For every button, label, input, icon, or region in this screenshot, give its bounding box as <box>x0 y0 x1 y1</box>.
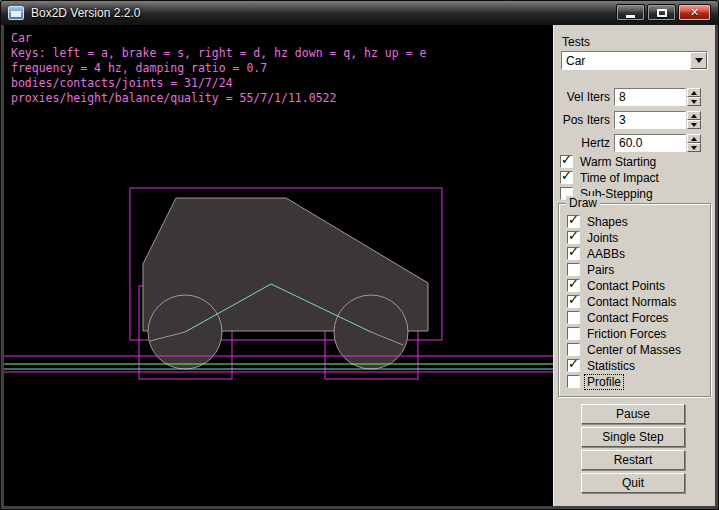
checkbox-shapes[interactable]: Shapes <box>567 214 630 229</box>
hertz-input[interactable] <box>614 134 686 152</box>
checkbox-aabbs[interactable]: AABBs <box>567 246 627 261</box>
close-icon: ✕ <box>690 7 699 18</box>
window-content: Car Keys: left = a, brake = s, right = d… <box>4 25 715 506</box>
spinner-up-icon <box>691 137 697 141</box>
stats-proxies-text: proxies/height/balance/quality = 55/7/1/… <box>11 91 426 106</box>
vel-iters-down-button[interactable] <box>687 97 701 106</box>
spinner-up-icon <box>691 91 697 95</box>
hertz-down-button[interactable] <box>687 143 701 152</box>
checkbox-friction-forces[interactable]: Friction Forces <box>567 326 668 341</box>
test-title-text: Car <box>11 31 426 46</box>
checkbox-icon <box>567 327 580 340</box>
pos-iters-row: Pos Iters <box>554 111 712 129</box>
pos-iters-down-button[interactable] <box>687 120 701 129</box>
warm-starting-checkbox[interactable]: Warm Starting <box>560 154 658 169</box>
test-select[interactable]: Car <box>561 51 708 70</box>
pos-iters-input[interactable] <box>614 111 686 129</box>
checkbox-joints[interactable]: Joints <box>567 230 620 245</box>
minimize-button[interactable] <box>616 4 645 21</box>
spinner-down-icon <box>691 146 697 150</box>
keys-help-text: Keys: left = a, brake = s, right = d, hz… <box>11 46 426 61</box>
pos-iters-label: Pos Iters <box>554 113 614 127</box>
checkbox-icon <box>567 231 580 244</box>
spinner-down-icon <box>691 100 697 104</box>
checkbox-contact-normals[interactable]: Contact Normals <box>567 294 678 309</box>
hertz-up-button[interactable] <box>687 134 701 143</box>
checkbox-icon <box>567 295 580 308</box>
checkbox-pairs[interactable]: Pairs <box>567 262 616 277</box>
checkbox-profile[interactable]: Profile <box>567 374 623 389</box>
window-controls: ✕ <box>616 4 711 21</box>
pos-iters-up-button[interactable] <box>687 111 701 120</box>
vel-iters-input[interactable] <box>614 88 686 106</box>
vel-iters-row: Vel Iters <box>554 88 712 106</box>
window-title: Box2D Version 2.2.0 <box>31 6 140 20</box>
checkbox-icon <box>567 343 580 356</box>
checkbox-icon <box>567 359 580 372</box>
time-of-impact-checkbox[interactable]: Time of Impact <box>560 170 661 185</box>
checkbox-icon <box>567 247 580 260</box>
pause-button[interactable]: Pause <box>581 404 685 424</box>
spinner-up-icon <box>691 114 697 118</box>
hertz-label: Hertz <box>554 136 614 150</box>
checkbox-icon <box>567 215 580 228</box>
vel-iters-up-button[interactable] <box>687 88 701 97</box>
test-select-value: Car <box>562 54 690 68</box>
restart-button[interactable]: Restart <box>581 450 685 470</box>
test-select-dropdown-button[interactable] <box>690 52 707 69</box>
frequency-text: frequency = 4 hz, damping ratio = 0.7 <box>11 61 426 76</box>
checkbox-icon <box>567 263 580 276</box>
checkbox-icon <box>560 171 573 184</box>
checkbox-icon <box>567 311 580 324</box>
title-bar[interactable]: Box2D Version 2.2.0 ✕ <box>1 1 718 25</box>
simulation-canvas[interactable]: Car Keys: left = a, brake = s, right = d… <box>4 25 553 506</box>
tests-label: Tests <box>562 35 590 49</box>
checkbox-center-of-masses[interactable]: Center of Masses <box>567 342 683 357</box>
checkbox-icon <box>560 155 573 168</box>
draw-group-title: Draw <box>566 196 600 210</box>
checkbox-icon <box>567 279 580 292</box>
maximize-icon <box>657 9 667 17</box>
vel-iters-label: Vel Iters <box>554 90 614 104</box>
control-panel: Tests Car Vel Iters Pos Iters <box>553 25 715 506</box>
single-step-button[interactable]: Single Step <box>581 427 685 447</box>
quit-button[interactable]: Quit <box>581 473 685 493</box>
app-icon <box>8 6 24 20</box>
debug-text-overlay: Car Keys: left = a, brake = s, right = d… <box>11 31 426 106</box>
draw-group: Draw Shapes Joints AABBs Pairs <box>558 203 711 397</box>
checkbox-contact-points[interactable]: Contact Points <box>567 278 667 293</box>
close-button[interactable]: ✕ <box>678 4 711 21</box>
spinner-down-icon <box>691 123 697 127</box>
stats-bodies-text: bodies/contacts/joints = 31/7/24 <box>11 76 426 91</box>
minimize-icon <box>626 15 635 18</box>
app-window: Box2D Version 2.2.0 ✕ <box>0 0 719 510</box>
hertz-row: Hertz <box>554 134 712 152</box>
checkbox-contact-forces[interactable]: Contact Forces <box>567 310 670 325</box>
chevron-down-icon <box>695 58 703 63</box>
checkbox-icon <box>567 375 580 388</box>
checkbox-statistics[interactable]: Statistics <box>567 358 637 373</box>
maximize-button[interactable] <box>647 4 676 21</box>
